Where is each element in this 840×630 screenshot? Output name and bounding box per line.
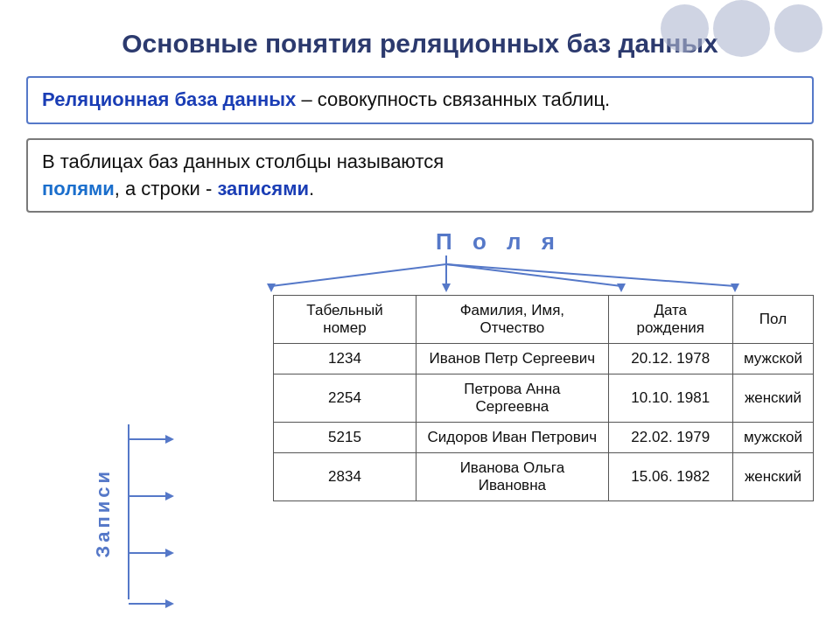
info-box: В таблицах баз данных столбцы называются… xyxy=(26,138,814,214)
table-row: 2834Иванова Ольга Ивановна15.06. 1982жен… xyxy=(273,453,813,501)
col-header-1: Фамилия, Имя, Отчество xyxy=(416,296,608,344)
deco-circle-2 xyxy=(713,0,770,57)
decorative-circles xyxy=(661,4,822,57)
definition-term: Реляционная база данных xyxy=(42,88,296,110)
info-middle: , а строки - xyxy=(115,178,218,200)
cell-2-2: 22.02. 1979 xyxy=(608,423,732,453)
slide: Основные понятия реляционных баз данных … xyxy=(0,0,840,630)
cell-2-1: Сидоров Иван Петрович xyxy=(416,423,608,453)
col-header-3: Пол xyxy=(732,296,813,344)
polya-arrows-svg xyxy=(149,256,805,295)
database-table: Табельный номер Фамилия, Имя, Отчество Д… xyxy=(273,295,814,501)
diagram-area: П о л я xyxy=(96,228,814,501)
cell-0-0: 1234 xyxy=(273,344,416,374)
cell-1-3: женский xyxy=(732,374,813,423)
info-highlight-zapisi: записями xyxy=(217,178,309,200)
info-end: . xyxy=(309,178,314,200)
cell-0-2: 20.12. 1978 xyxy=(608,344,732,374)
info-line1: В таблицах баз данных столбцы называются xyxy=(42,150,444,172)
svg-marker-1 xyxy=(442,284,451,292)
cell-3-3: женский xyxy=(732,453,813,501)
cell-0-1: Иванов Петр Сергеевич xyxy=(416,344,608,374)
svg-marker-3 xyxy=(267,284,276,292)
svg-marker-10 xyxy=(165,435,174,444)
svg-marker-14 xyxy=(165,549,174,557)
cell-1-1: Петрова Анна Сергеевна xyxy=(416,374,608,423)
definition-box: Реляционная база данных – совокупность с… xyxy=(26,76,814,124)
cell-3-2: 15.06. 1982 xyxy=(608,453,732,501)
polya-label: П о л я xyxy=(184,228,814,256)
cell-0-3: мужской xyxy=(732,344,813,374)
cell-1-2: 10.10. 1981 xyxy=(608,374,732,423)
svg-line-2 xyxy=(271,264,446,286)
info-highlight-polya: полями xyxy=(42,178,115,200)
zapisi-arrows-svg xyxy=(111,398,177,626)
cell-2-0: 5215 xyxy=(273,423,416,453)
zapisi-label: Записи xyxy=(92,468,115,558)
svg-marker-7 xyxy=(731,284,739,292)
col-header-0: Табельный номер xyxy=(273,296,416,344)
table-row: 1234Иванов Петр Сергеевич20.12. 1978мужс… xyxy=(273,344,813,374)
cell-3-1: Иванова Ольга Ивановна xyxy=(416,453,608,501)
cell-2-3: мужской xyxy=(732,423,813,453)
svg-marker-12 xyxy=(165,492,174,500)
cell-1-0: 2254 xyxy=(273,374,416,423)
table-row: 5215Сидоров Иван Петрович22.02. 1979мужс… xyxy=(273,423,813,453)
definition-rest: – совокупность связанных таблиц. xyxy=(296,88,610,110)
table-header-row: Табельный номер Фамилия, Имя, Отчество Д… xyxy=(273,296,813,344)
cell-3-0: 2834 xyxy=(273,453,416,501)
deco-circle-3 xyxy=(774,4,822,52)
col-header-2: Дата рождения xyxy=(608,296,732,344)
deco-circle-1 xyxy=(661,4,709,52)
svg-marker-16 xyxy=(165,599,174,608)
svg-marker-5 xyxy=(617,284,626,292)
table-wrapper: Записи Табельный номер Фамилия, Имя, Отч… xyxy=(96,295,814,501)
table-row: 2254Петрова Анна Сергеевна10.10. 1981жен… xyxy=(273,374,813,423)
